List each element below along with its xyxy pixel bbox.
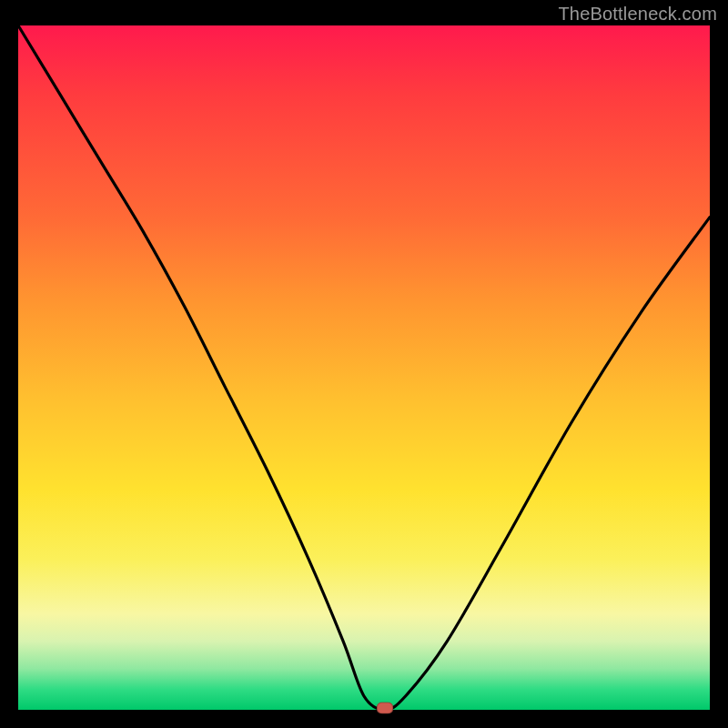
plot-area bbox=[18, 25, 710, 710]
watermark-text: TheBottleneck.com bbox=[558, 4, 717, 25]
bottleneck-curve bbox=[18, 25, 710, 710]
chart-stage: TheBottleneck.com bbox=[0, 0, 728, 728]
optimal-point-marker bbox=[377, 703, 393, 714]
curve-svg bbox=[18, 25, 710, 710]
